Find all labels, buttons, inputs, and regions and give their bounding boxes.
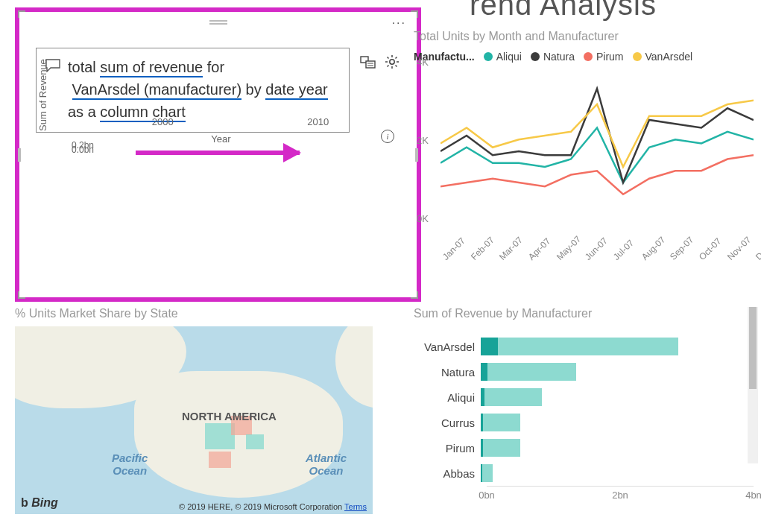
- qa-query-text[interactable]: total sum of revenue for VanArsdel (manu…: [68, 56, 328, 123]
- more-options-icon[interactable]: ···: [392, 16, 406, 30]
- ocean-label: Atlantic Ocean: [306, 452, 347, 477]
- scrollbar[interactable]: [748, 307, 758, 463]
- y-axis-label: Sum of Revenue: [37, 59, 48, 131]
- legend-item[interactable]: Aliqui: [484, 51, 522, 63]
- line-plot-area: 0K 2K 4K: [441, 73, 754, 229]
- hbar-row[interactable]: Natura: [414, 359, 754, 384]
- chart-title: Total Units by Month and Manufacturer: [414, 30, 754, 43]
- ocean-label: Pacific Ocean: [112, 452, 148, 477]
- x-axis-label: Year: [39, 133, 403, 145]
- map-canvas[interactable]: NORTH AMERICA Pacific Ocean Atlantic Oce…: [15, 326, 373, 514]
- page-title: rend Analysis: [470, 0, 657, 22]
- svg-rect-1: [366, 61, 375, 68]
- x-axis: Jan-07Feb-07Mar-07Apr-07May-07Jun-07Jul-…: [441, 255, 754, 285]
- legend-item[interactable]: VanArsdel: [633, 51, 693, 63]
- hbar-row[interactable]: Aliqui: [414, 384, 754, 410]
- svg-point-2: [390, 60, 394, 64]
- map-visual[interactable]: % Units Market Share by State NORTH AMER…: [15, 307, 373, 514]
- drag-handle-icon[interactable]: [209, 20, 227, 25]
- terms-link[interactable]: Terms: [344, 502, 367, 511]
- legend: Manufactu... Aliqui Natura Pirum VanArsd…: [414, 51, 754, 63]
- annotation-arrow: [136, 151, 300, 155]
- line-chart-visual[interactable]: Total Units by Month and Manufacturer Ma…: [414, 30, 754, 283]
- continent-label: NORTH AMERICA: [182, 410, 277, 422]
- qa-header[interactable]: ···: [19, 12, 417, 33]
- hbar-row[interactable]: VanArsdel: [414, 334, 754, 359]
- chart-title: Sum of Revenue by Manufacturer: [414, 307, 754, 320]
- hbar-row[interactable]: Currus: [414, 410, 754, 435]
- legend-item[interactable]: Natura: [531, 51, 575, 63]
- resize-handle[interactable]: [18, 291, 25, 299]
- hbar-row[interactable]: Pirum: [414, 435, 754, 460]
- resize-handle[interactable]: [18, 148, 21, 162]
- convert-visual-icon[interactable]: [360, 54, 376, 70]
- resize-handle[interactable]: [411, 291, 418, 299]
- scrollbar-thumb[interactable]: [749, 307, 757, 389]
- hbar-row[interactable]: Abbas: [414, 460, 754, 486]
- bing-logo: b Bing: [21, 496, 58, 510]
- hbar-visual[interactable]: Sum of Revenue by Manufacturer VanArsdel…: [414, 307, 754, 505]
- map-credits: © 2019 HERE, © 2019 Microsoft Corporatio…: [179, 502, 367, 511]
- legend-item[interactable]: Pirum: [584, 51, 624, 63]
- qa-visual-panel[interactable]: ··· total sum of revenue for VanArsdel (…: [15, 7, 421, 302]
- gear-icon[interactable]: [384, 54, 400, 70]
- chart-title: % Units Market Share by State: [15, 307, 373, 320]
